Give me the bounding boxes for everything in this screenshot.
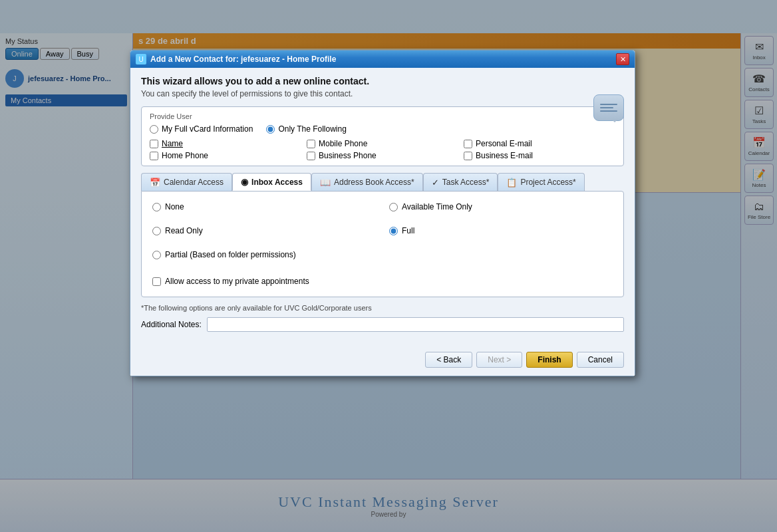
radio-full-label: Full [402, 226, 414, 235]
check-business-phone-input[interactable] [307, 152, 315, 160]
next-button[interactable]: Next > [476, 352, 522, 368]
tab-address-label: Address Book Access* [334, 178, 414, 187]
radio-full-vcard-input[interactable] [150, 125, 158, 134]
tab-task[interactable]: ✓ Task Access* [423, 173, 498, 191]
check-mobile-phone-input[interactable] [307, 140, 315, 148]
calendar-tab-icon: 📅 [150, 178, 160, 188]
radio-only-following[interactable]: Only The Following [266, 124, 347, 134]
chat-line-1 [600, 104, 617, 105]
radio-read-only[interactable]: Read Only [152, 226, 376, 235]
vcard-radio-row: My Full vCard Information Only The Follo… [150, 124, 615, 134]
dialog-titlebar: U Add a New Contact for: jefesuarez - Ho… [130, 51, 635, 68]
radio-read-only-label: Read Only [165, 226, 203, 235]
check-name-input[interactable] [150, 140, 158, 148]
provide-user-group: Provide User My Full vCard Information O… [141, 106, 624, 166]
radio-partial[interactable]: Partial (Based on folder permissions) [152, 250, 613, 259]
tab-inbox-label: Inbox Access [251, 178, 303, 187]
chat-icon-area [593, 94, 627, 128]
check-name[interactable]: Name [150, 139, 301, 148]
chat-lines [600, 104, 617, 112]
dialog-icon: U [136, 54, 146, 65]
cancel-button[interactable]: Cancel [577, 352, 624, 368]
check-business-email-label: Business E-mail [476, 151, 533, 160]
radio-full-input[interactable] [389, 227, 398, 235]
provide-user-label: Provide User [150, 112, 615, 120]
check-personal-email[interactable]: Personal E-mail [464, 139, 615, 148]
chat-line-3 [600, 110, 617, 112]
check-mobile-phone[interactable]: Mobile Phone [307, 139, 458, 148]
dialog-subtext: You can specify the level of permissions… [141, 89, 624, 98]
tab-calendar[interactable]: 📅 Calendar Access [141, 173, 232, 191]
tab-project-label: Project Access* [520, 178, 575, 187]
tab-project[interactable]: 📋 Project Access* [498, 173, 584, 191]
private-appt-label: Allow access to my private appointments [165, 277, 309, 286]
check-business-email[interactable]: Business E-mail [464, 151, 615, 160]
task-tab-icon: ✓ [432, 178, 439, 188]
radio-only-following-label: Only The Following [278, 124, 347, 134]
radio-full-vcard-label: My Full vCard Information [162, 124, 253, 134]
radio-only-following-input[interactable] [266, 125, 275, 134]
check-name-label: Name [162, 139, 183, 148]
project-tab-icon: 📋 [506, 178, 517, 188]
access-tabs: 📅 Calendar Access ◉ Inbox Access 📖 Addre… [141, 173, 624, 191]
check-business-phone[interactable]: Business Phone [307, 151, 458, 160]
radio-none-label: None [165, 202, 184, 211]
inbox-tab-icon: ◉ [241, 177, 248, 187]
tab-address[interactable]: 📖 Address Book Access* [311, 173, 423, 191]
private-appt-checkbox[interactable] [152, 277, 161, 286]
dialog-buttons: < Back Next > Finish Cancel [130, 346, 635, 376]
dialog-title: Add a New Contact for: jefesuarez - Home… [150, 55, 616, 64]
private-appt-check[interactable]: Allow access to my private appointments [152, 277, 613, 286]
finish-button[interactable]: Finish [526, 352, 572, 368]
radio-partial-input[interactable] [152, 251, 161, 259]
chat-line-2 [600, 107, 613, 108]
checkbox-grid: Name Mobile Phone Personal E-mail Home P… [150, 139, 615, 160]
address-tab-icon: 📖 [320, 178, 331, 188]
radio-available-time-input[interactable] [389, 203, 398, 211]
dialog-heading: This wizard allows you to add a new onli… [141, 76, 624, 86]
radio-read-only-input[interactable] [152, 227, 161, 235]
tab-task-label: Task Access* [442, 178, 490, 187]
check-business-phone-label: Business Phone [319, 151, 377, 160]
radio-none-input[interactable] [152, 203, 161, 211]
additional-notes-input[interactable] [207, 317, 624, 332]
footer-note: *The following options are only availabl… [141, 304, 624, 312]
radio-full[interactable]: Full [389, 226, 613, 235]
tab-content-inbox: None Available Time Only Read Only Full … [141, 191, 624, 297]
access-radio-grid: None Available Time Only Read Only Full … [152, 202, 613, 267]
check-mobile-phone-label: Mobile Phone [319, 139, 367, 148]
tab-calendar-label: Calendar Access [164, 178, 224, 187]
check-home-phone-input[interactable] [150, 152, 158, 160]
additional-notes-label: Additional Notes: [141, 320, 202, 329]
radio-none[interactable]: None [152, 202, 376, 211]
check-personal-email-input[interactable] [464, 140, 472, 148]
additional-notes-row: Additional Notes: [141, 317, 624, 332]
check-personal-email-label: Personal E-mail [476, 139, 532, 148]
add-contact-dialog: U Add a New Contact for: jefesuarez - Ho… [130, 50, 635, 376]
check-home-phone-label: Home Phone [162, 151, 208, 160]
radio-available-time[interactable]: Available Time Only [389, 202, 613, 211]
radio-full-vcard[interactable]: My Full vCard Information [150, 124, 253, 134]
check-business-email-input[interactable] [464, 152, 472, 160]
dialog-close-button[interactable]: ✕ [616, 53, 629, 65]
chat-bubble [593, 94, 624, 121]
radio-partial-label: Partial (Based on folder permissions) [165, 250, 296, 259]
back-button[interactable]: < Back [425, 352, 472, 368]
tab-inbox[interactable]: ◉ Inbox Access [232, 173, 311, 191]
check-home-phone[interactable]: Home Phone [150, 151, 301, 160]
dialog-body: This wizard allows you to add a new onli… [130, 68, 635, 346]
radio-available-time-label: Available Time Only [402, 202, 472, 211]
